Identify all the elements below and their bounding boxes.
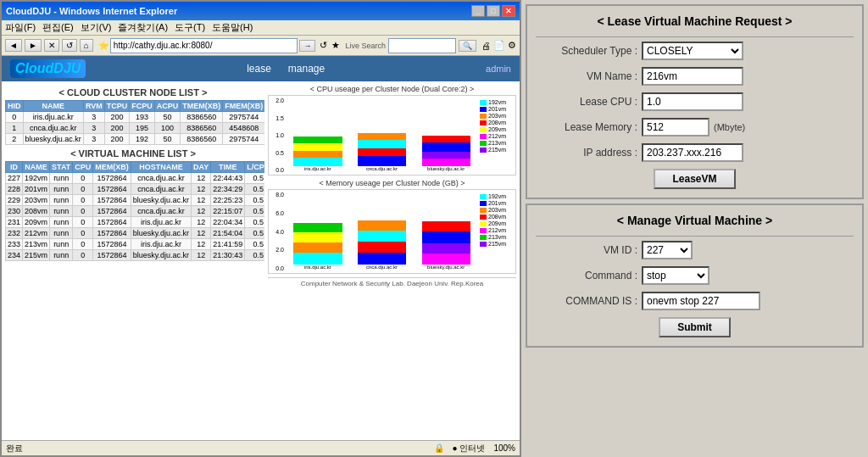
table-row: 229203vmrunn01572864bluesky.dju.ac.kr122… bbox=[6, 195, 265, 206]
mem-legend-203vm: 203vm bbox=[480, 207, 512, 213]
nav-manage[interactable]: manage bbox=[288, 63, 325, 75]
memory-chart-title: < Memory useage per Cluster Node (GB) > bbox=[268, 179, 516, 187]
manage-panel: < Manage Virtual Machine > VM ID : 227 2… bbox=[526, 203, 864, 348]
cpu-legend-192vm: 192vm bbox=[480, 99, 512, 105]
col-time: TIME bbox=[211, 162, 245, 173]
scheduler-type-label: Scheduler Type : bbox=[536, 45, 637, 57]
site-logo: CloudDJU bbox=[10, 59, 86, 78]
command-is-input bbox=[642, 292, 760, 310]
cpu-x-iris: iris.dju.ac.kr bbox=[304, 166, 331, 171]
add-favorites-icon[interactable]: ★ bbox=[331, 40, 340, 51]
scheduler-type-select[interactable]: CLOSELY bbox=[642, 42, 743, 60]
go-button[interactable]: → bbox=[299, 40, 315, 52]
admin-link[interactable]: admin bbox=[486, 64, 511, 74]
col-stat: STAT bbox=[50, 162, 73, 173]
ip-address-label: IP address : bbox=[536, 147, 637, 159]
menu-edit[interactable]: 편집(E) bbox=[42, 21, 74, 34]
cpu-y-2.0: 2.0 bbox=[270, 98, 284, 103]
command-is-row: COMMAND IS : bbox=[536, 292, 854, 310]
table-row: 232212vmrunn01572864bluesky.dju.ac.kr122… bbox=[6, 228, 265, 239]
vm-id-label: VM ID : bbox=[536, 244, 637, 256]
nav-lease[interactable]: lease bbox=[247, 63, 271, 75]
forward-button[interactable]: ► bbox=[25, 39, 42, 52]
cpu-legend-212vm: 212vm bbox=[480, 133, 512, 139]
cluster-node-title: < CLOUD CLUSTER NODE LIST > bbox=[5, 87, 261, 98]
back-button[interactable]: ◄ bbox=[5, 39, 22, 52]
cpu-y-1.5: 1.5 bbox=[270, 115, 284, 121]
command-is-label: COMMAND IS : bbox=[536, 295, 637, 307]
minimize-button[interactable]: _ bbox=[471, 5, 485, 17]
mem-y-4.0: 4.0 bbox=[270, 229, 284, 235]
browser-title: CloudDJU - Windows Internet Explorer bbox=[6, 6, 177, 16]
close-button[interactable]: ✕ bbox=[502, 5, 515, 17]
lease-cpu-input[interactable] bbox=[642, 92, 743, 111]
lease-cpu-label: Lease CPU : bbox=[536, 96, 637, 108]
lease-memory-row: Lease Memory : (Mbyte) bbox=[536, 118, 854, 137]
right-panels: < Lease Virtual Machine Request > Schedu… bbox=[521, 0, 868, 457]
menu-favorites[interactable]: 즐겨찾기(A) bbox=[118, 21, 168, 34]
mem-legend-209vm: 209vm bbox=[480, 220, 512, 226]
scheduler-type-row: Scheduler Type : CLOSELY bbox=[536, 42, 854, 60]
vm-id-select[interactable]: 227 228 229 230 231 232 233 234 bbox=[642, 241, 693, 259]
mem-x-iris: iris.dju.ac.kr bbox=[304, 265, 331, 270]
menu-file[interactable]: 파일(F) bbox=[5, 21, 36, 34]
col-fcpu: FCPU bbox=[130, 101, 155, 112]
lease-memory-unit: (Mbyte) bbox=[714, 122, 745, 132]
col-hostname: HOSTNAME bbox=[131, 162, 191, 173]
separator-1 bbox=[536, 36, 854, 37]
mem-legend-201vm: 201vm bbox=[480, 200, 512, 206]
fav-icon: ⭐ bbox=[98, 41, 108, 50]
search-input[interactable] bbox=[388, 38, 456, 53]
cpu-y-0.5: 0.5 bbox=[270, 150, 284, 156]
table-row: 0iris.dju.ac.kr32001935083865602975744on bbox=[6, 112, 265, 123]
refresh-button[interactable]: ↺ bbox=[62, 39, 77, 52]
cpu-chart-title: < CPU useage per Cluster Node (Dual Core… bbox=[268, 85, 516, 93]
page-footer: Computer Network & Security Lab. Daejeon… bbox=[268, 277, 516, 289]
tools-icon[interactable]: ⚙ bbox=[508, 40, 516, 51]
cpu-chart-container: < CPU useage per Cluster Node (Dual Core… bbox=[268, 85, 516, 176]
col-mem: MEM(XB) bbox=[93, 162, 131, 173]
table-row: 228201vmrunn01572864cnca.dju.ac.kr1222:3… bbox=[6, 184, 265, 195]
lease-cpu-row: Lease CPU : bbox=[536, 92, 854, 111]
cpu-legend-215vm: 215vm bbox=[480, 147, 512, 153]
menu-view[interactable]: 보기(V) bbox=[81, 21, 112, 34]
lease-vm-button[interactable]: LeaseVM bbox=[654, 169, 735, 189]
mem-legend-215vm: 215vm bbox=[480, 241, 512, 247]
home-button[interactable]: ⌂ bbox=[80, 39, 93, 52]
cpu-x-bluesky: bluesky.dju.ac.kr bbox=[427, 166, 465, 171]
manage-btn-row: Submit bbox=[536, 317, 854, 337]
lease-memory-input[interactable] bbox=[642, 118, 709, 137]
page-icon[interactable]: 📄 bbox=[493, 40, 505, 51]
mem-y-0.0: 0.0 bbox=[270, 265, 284, 271]
ip-address-input[interactable] bbox=[642, 143, 743, 162]
live-search-label: Live Search bbox=[345, 42, 386, 50]
col-hid: HID bbox=[6, 101, 24, 112]
nav-links: lease manage bbox=[247, 63, 325, 75]
lease-memory-label: Lease Memory : bbox=[536, 121, 637, 133]
col-id: ID bbox=[6, 162, 23, 173]
mem-x-bluesky: bluesky.dju.ac.kr bbox=[427, 265, 465, 270]
vm-name-input[interactable] bbox=[642, 67, 743, 86]
maximize-button[interactable]: □ bbox=[487, 5, 500, 17]
command-select[interactable]: stop start suspend resume delete bbox=[642, 266, 709, 285]
table-row: 1cnca.dju.ac.kr320019510083865604548608o… bbox=[6, 123, 265, 134]
address-input[interactable] bbox=[110, 38, 298, 53]
print-icon[interactable]: 🖨 bbox=[481, 41, 491, 51]
memory-chart-container: < Memory useage per Cluster Node (GB) > … bbox=[268, 179, 516, 274]
cluster-node-table: HID NAME RVM TCPU FCPU ACPU TMEM(XB) FME… bbox=[5, 100, 264, 145]
menu-help[interactable]: 도움말(H) bbox=[212, 21, 253, 34]
table-row: 227192vmrunn01572864cnca.dju.ac.kr1222:4… bbox=[6, 173, 265, 184]
stop-button[interactable]: ✕ bbox=[44, 39, 59, 52]
charts-area: < CPU useage per Cluster Node (Dual Core… bbox=[264, 81, 520, 440]
col-name: NAME bbox=[23, 101, 83, 112]
cpu-legend-203vm: 203vm bbox=[480, 113, 512, 119]
lease-btn-row: LeaseVM bbox=[536, 169, 854, 189]
browser-window: CloudDJU - Windows Internet Explorer _ □… bbox=[0, 0, 521, 457]
col-cpu: CPU bbox=[73, 162, 93, 173]
submit-button[interactable]: Submit bbox=[659, 317, 731, 337]
separator-2 bbox=[536, 236, 854, 237]
search-go-button[interactable]: 🔍 bbox=[459, 40, 476, 52]
menu-tools[interactable]: 도구(T) bbox=[175, 21, 205, 34]
address-bar: ⭐ → ↺ ★ bbox=[96, 36, 343, 55]
table-row: 231209vmrunn01572864iris.dju.ac.kr1222:0… bbox=[6, 217, 265, 228]
